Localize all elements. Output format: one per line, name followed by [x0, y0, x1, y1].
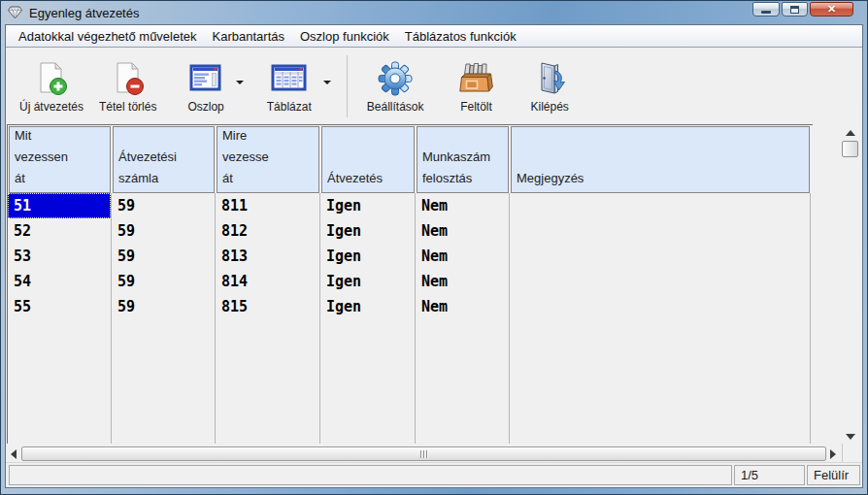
maximize-icon [790, 6, 799, 14]
grid-header-row: Mit vezessen át Átvezetési számla Mire v… [7, 124, 813, 193]
toolbar-button-label: Feltölt [460, 100, 492, 114]
grid-cell[interactable]: Igen [320, 193, 415, 218]
grid-cell[interactable]: Nem [416, 294, 509, 319]
exit-door-icon [531, 59, 568, 98]
window-controls: ✕ [752, 2, 853, 16]
scrollbar-grip-icon [420, 450, 427, 458]
column-header-atvezetesi-szamla[interactable]: Átvezetési számla [113, 126, 215, 193]
close-button[interactable]: ✕ [810, 2, 853, 16]
status-bar: 1/5 Felülír [6, 462, 862, 487]
delete-record-icon [112, 59, 145, 98]
minimize-icon [761, 11, 771, 14]
column-window-icon [189, 59, 222, 98]
grid-cell[interactable]: 59 [112, 244, 215, 269]
exit-button[interactable]: Kilépés [522, 55, 576, 114]
table-button[interactable]: Táblázat [259, 55, 319, 114]
grid-cell[interactable]: Igen [320, 244, 415, 269]
close-icon: ✕ [827, 3, 836, 16]
toolbar-button-label: Tétel törlés [99, 100, 156, 114]
column-dropdown-arrow-icon[interactable] [236, 81, 244, 84]
toolbar-separator [347, 55, 348, 117]
table-dropdown-arrow-icon[interactable] [323, 81, 331, 84]
grid-cell[interactable]: Nem [416, 193, 509, 218]
vertical-scroll-down-arrow-icon[interactable] [846, 434, 855, 440]
grid-cell[interactable]: Igen [320, 294, 415, 319]
grid-cell[interactable]: Nem [416, 244, 509, 269]
grid-column: 811 812 813 814 815 [216, 193, 320, 444]
settings-button[interactable]: Beállítások [359, 55, 432, 114]
grid-cell-selected[interactable]: 51 [8, 193, 111, 218]
gem-app-icon [8, 6, 23, 20]
grid-cell[interactable]: 52 [8, 218, 111, 244]
grid-cell[interactable]: 814 [216, 269, 319, 294]
grid-column [510, 193, 811, 444]
toolbar-button-label: Új átvezetés [19, 100, 83, 114]
grid-cell[interactable]: 54 [8, 269, 111, 294]
toolbar-button-label: Oszlop [187, 100, 223, 114]
column-header-munkaszam-felosztas[interactable]: Munkaszám felosztás [417, 126, 509, 193]
column-header-mire-vezesse-at[interactable]: Mire vezesse át [217, 126, 319, 193]
grid-cell[interactable]: 53 [8, 244, 111, 269]
grid-cell[interactable]: 59 [112, 193, 215, 218]
column-header-atvezetes[interactable]: Átvezetés [321, 126, 415, 193]
column-button[interactable]: Oszlop [180, 55, 231, 114]
new-transfer-button[interactable]: Új átvezetés [12, 55, 91, 114]
column-header-megjegyzes[interactable]: Megjegyzés [511, 126, 810, 193]
settings-gear-icon [377, 59, 414, 98]
grid-column: 59 59 59 59 59 [112, 193, 216, 444]
horizontal-scroll-left-arrow-icon[interactable] [11, 449, 17, 459]
grid-cell[interactable]: 813 [216, 244, 319, 269]
client-area: Adatokkal végezhető műveletek Karbantart… [5, 24, 863, 488]
edit-mode-indicator: Felülír [807, 465, 860, 485]
upload-button[interactable]: Feltölt [449, 55, 503, 114]
transfer-grid: Mit vezessen át Átvezetési számla Mire v… [7, 124, 813, 444]
grid-cell[interactable]: 811 [216, 193, 319, 218]
record-position-indicator: 1/5 [734, 465, 805, 485]
grid-column: Igen Igen Igen Igen Igen [320, 193, 416, 444]
grid-cell[interactable]: 55 [8, 294, 111, 319]
grid-cell[interactable] [510, 218, 810, 244]
horizontal-scrollbar-thumb[interactable] [21, 446, 826, 461]
grid-column: 51 52 53 54 55 [8, 193, 112, 444]
menu-table-functions[interactable]: Táblázatos funkciók [397, 27, 524, 46]
menu-column-functions[interactable]: Oszlop funkciók [292, 27, 397, 46]
menu-data-operations[interactable]: Adatokkal végezhető műveletek [11, 27, 205, 46]
minimize-button[interactable] [752, 2, 780, 16]
grid-cell[interactable]: Igen [320, 218, 415, 244]
grid-cell[interactable] [510, 294, 810, 319]
maximize-button[interactable] [782, 2, 808, 16]
toolbar-button-label: Kilépés [530, 100, 568, 114]
menu-bar: Adatokkal végezhető műveletek Karbantart… [6, 25, 862, 48]
grid-cell[interactable] [510, 193, 810, 218]
grid-cell[interactable] [510, 269, 810, 294]
toolbar-button-label: Táblázat [267, 100, 312, 114]
vertical-scrollbar-thumb[interactable] [842, 141, 858, 157]
toolbar-button-label: Beállítások [367, 100, 424, 114]
grid-cell[interactable]: Igen [320, 269, 415, 294]
grid-cell[interactable]: 59 [112, 269, 215, 294]
upload-cardfile-icon [456, 59, 495, 98]
new-record-icon [35, 59, 68, 98]
scrollbar-corner-divider [842, 444, 843, 464]
grid-column: Nem Nem Nem Nem Nem [416, 193, 510, 444]
grid-cell[interactable] [510, 244, 810, 269]
table-window-icon [271, 59, 308, 98]
grid-cell[interactable]: 812 [216, 218, 319, 244]
window-title: Egyenleg átvezetés [29, 6, 139, 20]
column-header-mit-vezessen-at[interactable]: Mit vezessen át [9, 126, 111, 193]
status-message-panel [9, 465, 732, 485]
title-bar: Egyenleg átvezetés ✕ [1, 1, 867, 24]
window: Egyenleg átvezetés ✕ Adatokkal végezhető… [0, 0, 868, 495]
grid-body: 51 52 53 54 55 59 59 59 59 59 811 812 81… [7, 193, 813, 444]
grid-cell[interactable]: Nem [416, 218, 509, 244]
grid-cell[interactable]: 59 [112, 294, 215, 319]
grid-cell[interactable]: 815 [216, 294, 319, 319]
menu-maintenance[interactable]: Karbantartás [205, 27, 292, 46]
vertical-scroll-up-arrow-icon[interactable] [846, 130, 855, 136]
delete-item-button[interactable]: Tétel törlés [91, 55, 164, 114]
horizontal-scroll-right-arrow-icon[interactable] [830, 449, 836, 459]
toolbar: Új átvezetés Tétel törlés [6, 48, 862, 131]
grid-cell[interactable]: 59 [112, 218, 215, 244]
grid-cell[interactable]: Nem [416, 269, 509, 294]
